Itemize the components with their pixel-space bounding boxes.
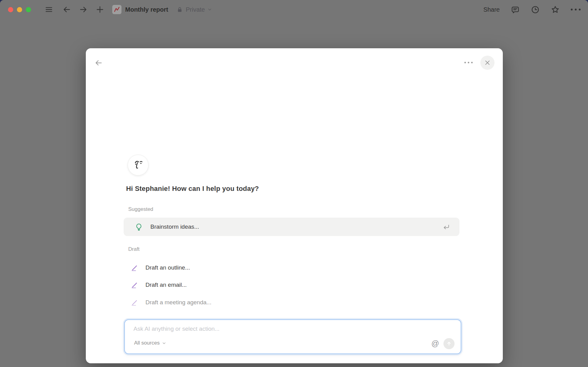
zoom-window-button[interactable] [26, 7, 31, 12]
new-page-button[interactable] [96, 5, 104, 14]
share-label: Share [483, 6, 500, 13]
draft-item-meeting-agenda[interactable]: Draft a meeting agenda... [131, 296, 211, 309]
favorite-button[interactable] [551, 5, 560, 14]
pencil-icon [131, 298, 139, 307]
lightbulb-icon [135, 223, 143, 231]
mention-button[interactable]: @ [431, 340, 439, 348]
lock-icon [176, 6, 183, 13]
enter-icon [442, 223, 450, 231]
privacy-label: Private [186, 6, 205, 13]
suggestion-brainstorm-ideas[interactable]: Brainstorm ideas... [124, 218, 459, 236]
pencil-icon [131, 281, 139, 289]
arrow-left-icon [62, 5, 71, 14]
plus-icon [96, 5, 104, 14]
ai-assistant-modal: Hi Stephanie! How can I help you today? … [86, 48, 503, 363]
page-chart-icon [112, 5, 121, 14]
privacy-dropdown[interactable]: Private [176, 6, 212, 13]
clock-icon [531, 5, 540, 14]
share-button[interactable]: Share [483, 6, 500, 13]
input-actions: @ [431, 338, 455, 349]
arrow-right-icon [79, 5, 88, 14]
modal-back-button[interactable] [94, 59, 103, 68]
suggested-section-label: Suggested [128, 206, 153, 212]
pencil-icon [131, 264, 139, 272]
draft-item-label: Draft a meeting agenda... [145, 299, 211, 306]
more-options-button[interactable] [571, 9, 581, 10]
sources-label: All sources [134, 340, 160, 346]
titlebar-actions: Share [483, 5, 581, 14]
notion-window: Monthly report Private Share [0, 0, 588, 367]
sources-dropdown[interactable]: All sources [133, 340, 166, 347]
arrow-left-icon [94, 59, 103, 67]
modal-close-button[interactable] [480, 56, 495, 70]
chevron-down-icon [207, 7, 212, 12]
ai-face-icon [131, 158, 145, 172]
draft-item-label: Draft an email... [145, 282, 187, 288]
ellipsis-icon [464, 62, 473, 63]
send-button[interactable] [443, 338, 455, 349]
minimize-window-button[interactable] [17, 7, 22, 12]
window-controls [8, 7, 31, 12]
page-title: Monthly report [125, 6, 168, 13]
draft-item-outline[interactable]: Draft an outline... [131, 261, 190, 274]
forward-button[interactable] [79, 5, 88, 14]
chevron-down-icon [162, 341, 166, 345]
back-button[interactable] [62, 5, 71, 14]
ai-input[interactable] [133, 326, 410, 332]
draft-item-label: Draft an outline... [145, 264, 190, 271]
star-icon [551, 5, 560, 14]
sidebar-toggle-button[interactable] [45, 5, 53, 14]
history-button[interactable] [531, 5, 540, 14]
hamburger-icon [45, 5, 53, 14]
ellipsis-icon [571, 9, 581, 10]
draft-item-email[interactable]: Draft an email... [131, 278, 187, 292]
comment-icon [511, 5, 520, 14]
draft-section-label: Draft [128, 246, 140, 252]
comments-button[interactable] [511, 5, 520, 14]
breadcrumb[interactable]: Monthly report [112, 5, 168, 14]
suggestion-label: Brainstorm ideas... [150, 223, 435, 230]
ai-greeting: Hi Stephanie! How can I help you today? [126, 185, 259, 193]
ai-input-box: All sources @ [124, 319, 461, 354]
at-icon: @ [431, 339, 439, 348]
modal-more-button[interactable] [464, 62, 473, 63]
titlebar: Monthly report Private Share [0, 0, 588, 19]
close-window-button[interactable] [8, 7, 13, 12]
arrow-up-icon [446, 341, 452, 347]
close-icon [484, 59, 491, 66]
input-bottom-bar: All sources @ [133, 338, 455, 349]
ai-avatar [128, 155, 149, 176]
